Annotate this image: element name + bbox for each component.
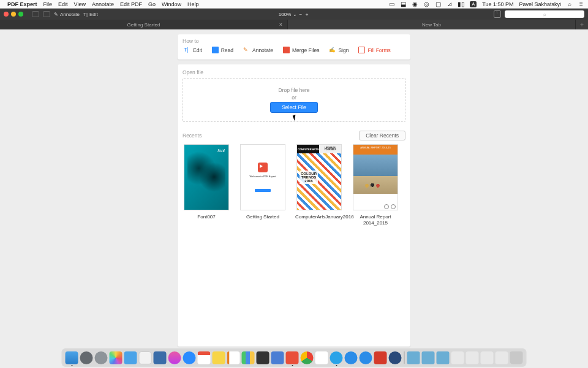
- minimize-window-button[interactable]: [11, 12, 16, 17]
- dock-activity-icon[interactable]: [257, 351, 270, 364]
- dock-reminders-icon[interactable]: [227, 351, 240, 364]
- dock-automator-icon[interactable]: [271, 351, 284, 364]
- edit-mode-button[interactable]: T| Edit: [83, 12, 98, 17]
- dock-stack-2-icon[interactable]: [466, 351, 479, 364]
- annotate-label: Annotate: [60, 12, 80, 17]
- menu-annotate[interactable]: Annotate: [92, 1, 114, 7]
- dock-keynote-icon[interactable]: [124, 351, 137, 364]
- status-record-icon[interactable]: ◎: [423, 1, 429, 7]
- dock-pdfexpert-icon[interactable]: [286, 351, 299, 364]
- dock-folder-2-icon[interactable]: [422, 351, 435, 364]
- howto-merge[interactable]: Merge Files: [283, 47, 319, 53]
- howto-label: How to: [183, 38, 405, 44]
- status-screen-icon[interactable]: ▭: [388, 1, 394, 7]
- howto-fillforms[interactable]: Fill Forms: [358, 47, 390, 53]
- status-wifi-icon[interactable]: ⊿: [447, 1, 453, 7]
- dock-folder-1-icon[interactable]: [407, 351, 420, 364]
- tab-label: Getting Started: [127, 22, 160, 28]
- dock-stack-3-icon[interactable]: [481, 351, 494, 364]
- menu-list-icon[interactable]: ≡: [578, 1, 584, 7]
- dock-launchpad-icon[interactable]: [95, 351, 108, 364]
- main-card: Open file Drop file here or Select File …: [178, 64, 410, 347]
- dock-chrome-icon[interactable]: [301, 351, 314, 364]
- status-user[interactable]: Pavel Sakhatskyi: [519, 1, 561, 7]
- add-tab-button[interactable]: ＋: [576, 20, 588, 29]
- dock-separator: [404, 351, 405, 364]
- drop-zone[interactable]: Drop file here or Select File: [183, 78, 405, 122]
- doc-thumbnail: ANNUAL REPORT 2014-15: [353, 144, 398, 210]
- status-clock[interactable]: Tue 1:50 PM: [482, 1, 513, 7]
- app-toolbar: ✎ Annotate T| Edit 100% ⌄ − ＋ ⌕: [0, 9, 588, 20]
- status-sync-icon[interactable]: ◉: [412, 1, 418, 7]
- zoom-level[interactable]: 100% ⌄: [279, 12, 297, 17]
- menu-view[interactable]: View: [74, 1, 86, 7]
- dock-pages-icon[interactable]: [139, 351, 152, 364]
- status-dropbox-icon[interactable]: ⬓: [400, 1, 406, 7]
- ar-photo: [353, 155, 398, 194]
- dock-safari-icon[interactable]: [345, 351, 358, 364]
- dock-pdf2-icon[interactable]: [374, 351, 387, 364]
- menu-help[interactable]: Help: [187, 1, 199, 7]
- pdfexpert-logo-icon: [258, 163, 268, 172]
- howto-read[interactable]: Read: [212, 47, 233, 53]
- sidebar-toggle-icon[interactable]: [32, 11, 39, 17]
- close-tab-icon[interactable]: ×: [279, 21, 282, 28]
- recents-grid: Font007 Welcome to PDF Expert Getting St…: [183, 144, 405, 226]
- zoom-in-button[interactable]: ＋: [304, 11, 309, 18]
- ca-cover-art: [297, 153, 341, 210]
- zoom-out-button[interactable]: −: [300, 12, 303, 17]
- tab-getting-started[interactable]: Getting Started ×: [0, 20, 288, 29]
- dock-skype-icon[interactable]: [330, 351, 343, 364]
- gs-button-graphic: [255, 189, 271, 192]
- drop-or: or: [183, 94, 405, 101]
- status-airplay-icon[interactable]: ▢: [435, 1, 441, 7]
- drop-text: Drop file here: [183, 87, 405, 93]
- close-window-button[interactable]: [4, 12, 9, 17]
- app-name[interactable]: PDF Expert: [7, 1, 37, 7]
- howto-edit[interactable]: T| Edit: [184, 47, 202, 53]
- dock-slack-icon[interactable]: [315, 351, 328, 364]
- dock-photos-icon[interactable]: [110, 351, 123, 364]
- clear-recents-button[interactable]: Clear Recents: [359, 131, 405, 140]
- dock-stack-4-icon[interactable]: [496, 351, 508, 364]
- search-input[interactable]: ⌕: [505, 10, 584, 18]
- dock-preview-icon[interactable]: [154, 351, 167, 364]
- recent-doc-computerarts[interactable]: COMPUTER ARTSUPGRADE YOURSELF ComputerAr…: [295, 144, 343, 226]
- share-icon[interactable]: [494, 10, 501, 18]
- macos-dock: [62, 349, 526, 366]
- dock-nav-icon[interactable]: [360, 351, 372, 364]
- dock-finder-icon[interactable]: [66, 351, 78, 364]
- dock-settings-icon[interactable]: [80, 351, 93, 364]
- dock-notes-icon[interactable]: [213, 351, 225, 364]
- annotate-mode-button[interactable]: ✎ Annotate: [54, 12, 80, 17]
- openfile-label: Open file: [183, 69, 405, 75]
- recent-doc-font007[interactable]: Font007: [183, 144, 230, 226]
- dock-trash-icon[interactable]: [510, 351, 523, 364]
- menu-file[interactable]: File: [43, 1, 53, 7]
- menu-go[interactable]: Go: [148, 1, 156, 7]
- dock-stack-1-icon[interactable]: [451, 351, 464, 364]
- dock-folder-3-icon[interactable]: [437, 351, 450, 364]
- menu-editpdf[interactable]: Edit PDF: [120, 1, 142, 7]
- howto-sign[interactable]: ✍ Sign: [329, 47, 349, 53]
- dock-appstore-icon[interactable]: [183, 351, 196, 364]
- recent-doc-annual-report[interactable]: ANNUAL REPORT 2014-15 Annual Report 2014…: [352, 144, 399, 226]
- spotlight-icon[interactable]: ⌕: [567, 1, 573, 7]
- menu-window[interactable]: Window: [162, 1, 181, 7]
- ca-mast-right: UPGRADE YOURSELF: [319, 145, 341, 153]
- dock-itunes-icon[interactable]: [168, 351, 181, 364]
- dock-app-icon[interactable]: [389, 351, 402, 364]
- status-lang-icon[interactable]: A: [470, 1, 477, 7]
- status-battery-icon[interactable]: ▮▯: [458, 1, 464, 7]
- select-file-button[interactable]: Select File: [270, 102, 318, 113]
- tab-new[interactable]: New Tab: [288, 20, 576, 29]
- dock-numbers-icon[interactable]: [242, 351, 255, 364]
- dock-calendar-icon[interactable]: [198, 351, 211, 364]
- howto-annotate[interactable]: ✎ Annotate: [243, 47, 273, 53]
- thumbnails-icon[interactable]: [43, 11, 50, 17]
- text-cursor-icon: T|: [83, 12, 88, 17]
- menu-edit[interactable]: Edit: [58, 1, 68, 7]
- recent-doc-getting-started[interactable]: Welcome to PDF Expert Getting Started: [239, 144, 287, 226]
- fullscreen-window-button[interactable]: [18, 12, 23, 17]
- ca-mast-left: COMPUTER ARTS: [297, 145, 319, 153]
